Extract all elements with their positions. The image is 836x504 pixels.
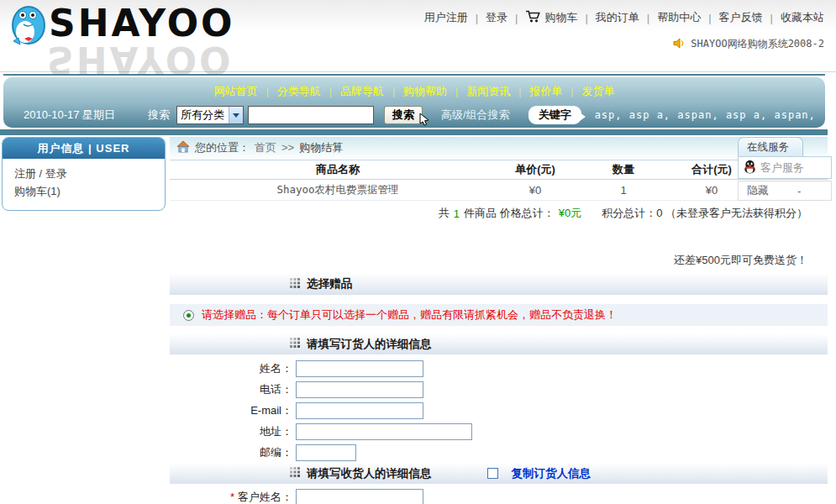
separator: | xyxy=(585,12,587,24)
logo[interactable]: SHAYOO xyxy=(8,4,234,53)
separator: | xyxy=(647,12,649,24)
separator: | xyxy=(329,86,332,97)
cart-table-row: Shayoo农村电费票据管理 ¥0 1 ¥0 xyxy=(170,180,828,201)
link-feedback[interactable]: 客户反馈 xyxy=(719,10,763,25)
main-content: 您的位置： 首页 >> 购物结算 商品名称 单价(元) 数量 合计(元) Sha… xyxy=(170,137,828,504)
customer-service-item[interactable]: 客户服务 xyxy=(738,156,832,179)
breadcrumb-current: 购物结算 xyxy=(299,140,343,155)
link-login[interactable]: 登录 xyxy=(486,10,507,25)
summary-prefix: 共 xyxy=(439,206,450,221)
orderer-section-header: 请填写订货人的详细信息 xyxy=(170,333,828,354)
separator: | xyxy=(476,12,478,24)
chevron-down-icon[interactable] xyxy=(229,107,243,123)
nav-category[interactable]: 分类导航 xyxy=(277,84,321,99)
form-row-address: 地址： xyxy=(170,421,828,442)
quantity-value: 1 xyxy=(565,184,682,197)
receiver-section-title: 请填写收货人的详细信息 xyxy=(307,466,432,481)
address-label: 地址： xyxy=(170,424,292,439)
orderer-name-field[interactable] xyxy=(296,360,423,377)
receiver-customer-name-field[interactable] xyxy=(296,489,423,504)
orderer-email-field[interactable] xyxy=(296,402,423,419)
link-cart[interactable]: 购物车 xyxy=(525,10,577,25)
online-service-tab[interactable]: 在线服务 xyxy=(738,137,803,156)
search-button[interactable]: 搜索 xyxy=(384,106,423,124)
separator: | xyxy=(455,86,458,97)
sidebar-cart-link[interactable]: 购物车(1) xyxy=(14,182,153,200)
orderer-phone-field[interactable] xyxy=(296,381,423,398)
separator: | xyxy=(770,12,773,24)
form-row-zip: 邮编： xyxy=(170,442,828,463)
user-info-title: 用户信息 | USER xyxy=(3,138,165,159)
form-row-email: E-mail： xyxy=(170,400,828,421)
summary-item-count: 1 xyxy=(454,207,460,220)
speaker-icon xyxy=(673,38,686,51)
link-bookmark[interactable]: 收藏本站 xyxy=(781,10,824,25)
search-input[interactable] xyxy=(248,106,374,124)
teal-divider-band xyxy=(0,129,828,135)
nav-home[interactable]: 网站首页 xyxy=(214,84,258,99)
summary-points-note: 积分总计：0 （未登录客户无法获得积分） xyxy=(602,206,807,221)
unit-price-value: ¥0 xyxy=(506,184,565,197)
header: SHAYOO SHAYOO 用户注册 | 登录 | 购物车 | 我的订单 | xyxy=(0,0,836,72)
gift-section-title: 选择赠品 xyxy=(307,276,352,291)
user-info-box: 用户信息 | USER 注册 / 登录 购物车(1) xyxy=(2,137,166,211)
product-name-link[interactable]: Shayoo农村电费票据管理 xyxy=(170,183,506,197)
category-selected-value: 所有分类 xyxy=(177,108,229,123)
sidebar-register-login-link[interactable]: 注册 / 登录 xyxy=(14,165,153,182)
col-total: 合计(元) xyxy=(682,162,741,177)
col-product-name: 商品名称 xyxy=(170,162,506,177)
separator: | xyxy=(392,86,395,97)
system-label-line: SHAYOO网络购物系统2008-2 xyxy=(673,37,824,51)
customer-name-label: *客户姓名： xyxy=(170,490,292,504)
orderer-zip-field[interactable] xyxy=(296,444,356,461)
link-my-orders[interactable]: 我的订单 xyxy=(596,10,639,25)
online-service-widget: 在线服务 客户服务 隐藏 - xyxy=(738,137,833,201)
grid-icon xyxy=(290,278,300,291)
search-button-label: 搜索 xyxy=(392,108,414,123)
hide-service-link[interactable]: 隐藏 xyxy=(747,183,769,198)
user-info-body: 注册 / 登录 购物车(1) xyxy=(3,159,165,206)
logo-text: SHAYOO xyxy=(49,4,234,43)
orderer-address-field[interactable] xyxy=(296,423,472,440)
form-row-name: 姓名： xyxy=(170,358,828,379)
advanced-search-link[interactable]: 高级/组合搜索 xyxy=(441,108,510,123)
gift-section-header: 选择赠品 xyxy=(170,273,828,295)
cart-summary: 共 1 件商品 价格总计： ¥0元 积分总计：0 （未登录客户无法获得积分） xyxy=(170,202,828,224)
main-nav: 网站首页 | 分类导航 | 品牌导航 | 购物帮助 | 新闻资讯 | 报价单 |… xyxy=(3,77,825,99)
copy-orderer-checkbox[interactable] xyxy=(487,468,498,479)
separator: | xyxy=(266,86,269,97)
customer-service-label: 客户服务 xyxy=(760,160,804,176)
fish-mascot-icon xyxy=(8,4,49,53)
nav-shipping-list[interactable]: 发货单 xyxy=(581,84,614,99)
hot-keywords[interactable]: asp, asp a, aspan, asp a, aspan, xyxy=(595,109,816,121)
search-label: 搜索 xyxy=(148,108,170,123)
nav-quotation[interactable]: 报价单 xyxy=(529,84,562,99)
nav-shopping-help[interactable]: 购物帮助 xyxy=(403,84,447,99)
col-quantity: 数量 xyxy=(565,162,682,177)
gift-radio[interactable] xyxy=(183,310,194,321)
breadcrumb-separator: >> xyxy=(281,141,294,154)
keyword-tag-button[interactable]: 关键字 xyxy=(528,106,581,124)
name-label: 姓名： xyxy=(170,361,292,376)
search-bar: 2010-10-17 星期日 搜索 所有分类 搜索 高级/组合搜索 关键字 as… xyxy=(3,106,825,124)
summary-price-label: 件商品 价格总计： xyxy=(464,206,555,221)
nav-brand[interactable]: 品牌导航 xyxy=(340,84,384,99)
header-divider xyxy=(3,74,825,76)
category-select[interactable]: 所有分类 xyxy=(176,106,244,124)
system-label: SHAYOO网络购物系统2008-2 xyxy=(691,37,824,51)
required-mark: * xyxy=(230,491,234,503)
breadcrumb: 您的位置： 首页 >> 购物结算 xyxy=(170,137,828,158)
minimize-control[interactable]: - xyxy=(797,185,801,197)
link-cart-label: 购物车 xyxy=(544,10,577,25)
separator: | xyxy=(570,86,573,97)
gift-notice-text: 请选择赠品：每个订单只可以选择一个赠品，赠品有限请抓紧机会，赠品不负责退换！ xyxy=(202,307,617,323)
nav-news[interactable]: 新闻资讯 xyxy=(466,84,510,99)
link-help-center[interactable]: 帮助中心 xyxy=(657,10,701,25)
copy-orderer-link[interactable]: 复制订货人信息 xyxy=(512,466,592,481)
breadcrumb-home-link[interactable]: 首页 xyxy=(255,140,276,155)
link-register[interactable]: 用户注册 xyxy=(424,10,468,25)
nav-panel: 网站首页 | 分类导航 | 品牌导航 | 购物帮助 | 新闻资讯 | 报价单 |… xyxy=(3,77,825,128)
cursor-icon xyxy=(418,113,431,129)
cart-table-header: 商品名称 单价(元) 数量 合计(元) xyxy=(170,160,828,180)
page: SHAYOO SHAYOO 用户注册 | 登录 | 购物车 | 我的订单 | xyxy=(0,0,836,504)
